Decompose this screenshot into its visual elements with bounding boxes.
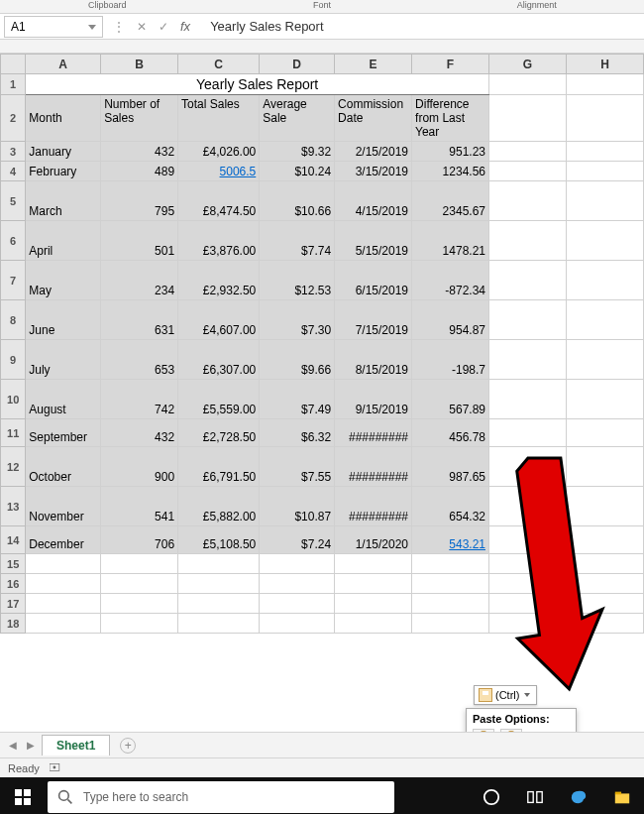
empty-cell[interactable]	[489, 487, 567, 526]
empty-cell[interactable]	[412, 554, 489, 574]
row-header[interactable]: 12	[1, 447, 26, 487]
empty-cell[interactable]	[489, 340, 567, 380]
data-cell[interactable]: 900	[101, 447, 178, 487]
empty-cell[interactable]	[335, 594, 412, 614]
col-header[interactable]: B	[101, 55, 178, 74]
fx-icon[interactable]: fx	[180, 19, 190, 34]
data-cell[interactable]: £5,559.00	[178, 380, 260, 419]
empty-cell[interactable]	[566, 419, 643, 447]
data-cell[interactable]: $9.32	[260, 142, 335, 162]
data-cell[interactable]: 5/15/2019	[335, 221, 412, 261]
data-cell[interactable]: £8,474.50	[178, 181, 260, 221]
row-header[interactable]: 6	[1, 221, 26, 261]
data-cell[interactable]: £6,791.50	[178, 447, 260, 487]
empty-cell[interactable]	[566, 380, 643, 419]
data-cell[interactable]: £6,307.00	[178, 340, 260, 380]
empty-cell[interactable]	[566, 221, 643, 261]
empty-cell[interactable]	[335, 574, 412, 594]
empty-cell[interactable]	[566, 261, 643, 300]
data-cell[interactable]: $6.32	[260, 419, 335, 447]
cancel-icon[interactable]: ✕	[137, 20, 147, 34]
macro-record-icon[interactable]	[50, 761, 63, 775]
data-cell[interactable]: 954.87	[412, 300, 489, 340]
empty-cell[interactable]	[178, 594, 260, 614]
data-cell[interactable]: 2345.67	[412, 181, 489, 221]
empty-cell[interactable]	[489, 447, 567, 487]
data-cell[interactable]: 501	[101, 221, 178, 261]
data-cell[interactable]: £4,026.00	[178, 142, 260, 162]
row-header[interactable]: 1	[1, 74, 26, 95]
paste-option-keep-source[interactable]	[473, 729, 494, 732]
header-cell[interactable]: Number of Sales	[101, 95, 178, 142]
formula-input[interactable]: Yearly Sales Report	[200, 19, 644, 34]
data-cell[interactable]: 9/15/2019	[335, 380, 412, 419]
data-cell[interactable]: June	[26, 300, 101, 340]
row-header[interactable]: 5	[1, 181, 26, 221]
empty-cell[interactable]	[489, 574, 567, 594]
tab-nav-next[interactable]: ▶	[24, 740, 38, 751]
empty-cell[interactable]	[101, 594, 178, 614]
empty-cell[interactable]	[101, 554, 178, 574]
col-header[interactable]: E	[335, 55, 412, 74]
select-all-corner[interactable]	[1, 55, 26, 74]
empty-cell[interactable]	[489, 419, 567, 447]
data-cell[interactable]: $7.30	[260, 300, 335, 340]
col-header[interactable]: D	[260, 55, 335, 74]
col-header[interactable]: C	[178, 55, 260, 74]
empty-cell[interactable]	[178, 574, 260, 594]
data-cell[interactable]: 432	[101, 419, 178, 447]
row-header[interactable]: 11	[1, 419, 26, 447]
data-cell[interactable]: $10.24	[260, 162, 335, 181]
empty-cell[interactable]	[260, 574, 335, 594]
row-header[interactable]: 8	[1, 300, 26, 340]
col-header[interactable]: F	[412, 55, 489, 74]
data-cell[interactable]: 3/15/2019	[335, 162, 412, 181]
row-header[interactable]: 10	[1, 380, 26, 419]
data-cell[interactable]: November	[26, 487, 101, 526]
data-cell[interactable]: #########	[335, 419, 412, 447]
row-header[interactable]: 3	[1, 142, 26, 162]
empty-cell[interactable]	[489, 380, 567, 419]
paste-smart-tag[interactable]: (Ctrl)	[474, 685, 537, 705]
empty-cell[interactable]	[26, 614, 101, 634]
data-cell[interactable]: #########	[335, 447, 412, 487]
data-cell[interactable]: £2,932.50	[178, 261, 260, 300]
data-cell[interactable]: July	[26, 340, 101, 380]
empty-cell[interactable]	[412, 614, 489, 634]
header-cell[interactable]: Average Sale	[260, 95, 335, 142]
data-cell[interactable]: $7.74	[260, 221, 335, 261]
task-view-icon[interactable]	[513, 777, 557, 814]
data-cell[interactable]: 631	[101, 300, 178, 340]
name-box[interactable]: A1	[4, 16, 103, 38]
title-cell[interactable]: Yearly Sales Report	[26, 74, 489, 95]
empty-cell[interactable]	[489, 261, 567, 300]
empty-cell[interactable]	[335, 554, 412, 574]
data-cell[interactable]: 742	[101, 380, 178, 419]
empty-cell[interactable]	[566, 340, 643, 380]
header-cell[interactable]: Difference from Last Year	[412, 95, 489, 142]
header-cell[interactable]: Commission Date	[335, 95, 412, 142]
data-cell[interactable]: $7.49	[260, 380, 335, 419]
data-cell[interactable]: 987.65	[412, 447, 489, 487]
empty-cell[interactable]	[566, 162, 643, 181]
empty-cell[interactable]	[566, 487, 643, 526]
data-cell[interactable]: $7.55	[260, 447, 335, 487]
data-cell[interactable]: 8/15/2019	[335, 340, 412, 380]
data-cell[interactable]: 706	[101, 526, 178, 554]
new-sheet-button[interactable]: +	[120, 738, 136, 754]
data-cell[interactable]: 2/15/2019	[335, 142, 412, 162]
col-header[interactable]: H	[566, 55, 643, 74]
data-cell[interactable]: October	[26, 447, 101, 487]
empty-cell[interactable]	[489, 162, 567, 181]
empty-cell[interactable]	[26, 574, 101, 594]
data-cell[interactable]: 1/15/2020	[335, 526, 412, 554]
row-header[interactable]: 13	[1, 487, 26, 526]
col-header[interactable]: G	[489, 55, 567, 74]
row-header[interactable]: 15	[1, 554, 26, 574]
data-cell[interactable]: -872.34	[412, 261, 489, 300]
file-explorer-icon[interactable]	[600, 777, 644, 814]
edge-icon[interactable]	[557, 777, 600, 814]
data-cell[interactable]: 1234.56	[412, 162, 489, 181]
header-cell[interactable]: Month	[26, 95, 101, 142]
taskbar-search[interactable]: Type here to search	[48, 781, 394, 813]
